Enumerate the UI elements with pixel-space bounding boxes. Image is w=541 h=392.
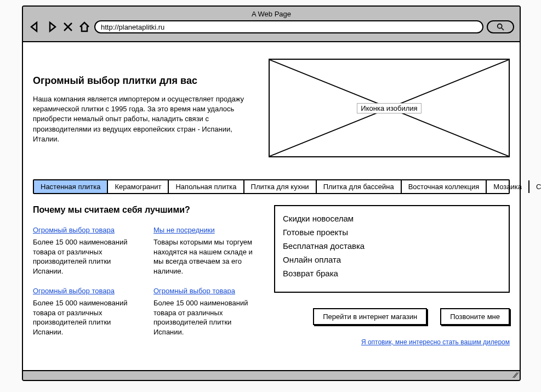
stop-icon[interactable] <box>61 20 75 33</box>
benefit-item: Онлайн оплата <box>283 253 501 266</box>
home-icon[interactable] <box>78 20 91 33</box>
benefits-box: Скидки новоселам Готовые проекты Бесплат… <box>274 205 510 293</box>
benefit-item: Готовые проекты <box>283 225 501 239</box>
why-item: Огромный выбор товара Более 15 000 наиме… <box>153 286 263 337</box>
window-title: A Web Page <box>29 9 514 20</box>
svg-point-0 <box>498 24 502 29</box>
browser-chrome: A Web Page <box>23 7 520 42</box>
why-item: Огромный выбор товара Более 15 000 наиме… <box>33 225 143 276</box>
benefit-item: Возврат брака <box>283 266 501 280</box>
hero-body: Наша компания является импортером и осущ… <box>33 94 252 144</box>
tab-mosaic[interactable]: Мозаика <box>487 180 529 193</box>
search-button[interactable] <box>487 20 514 33</box>
resize-handle-icon[interactable]: ⁄⁄ <box>514 371 518 379</box>
back-icon[interactable] <box>29 20 42 33</box>
tab-steps[interactable]: Ступени <box>529 180 541 193</box>
hero-image-label: Иконка изобилия <box>357 103 421 113</box>
page-content: Огромный выбор плитки для вас Наша компа… <box>23 42 520 371</box>
hero-section: Огромный выбор плитки для вас Наша компа… <box>33 59 510 157</box>
why-item-body: Более 15 000 наименований товара от разл… <box>33 237 143 276</box>
why-heading: Почему мы считаем себя лучшими? <box>33 205 263 215</box>
hero-heading: Огромный выбор плитки для вас <box>33 75 252 87</box>
hero-image-placeholder: Иконка изобилия <box>269 59 510 157</box>
browser-window: A Web Page Огромный выбор плитки для вас <box>22 5 521 381</box>
tab-wall-tile[interactable]: Настенная плитка <box>34 180 108 193</box>
cta-row: Перейти в интернет магазин Позвоните мне <box>313 308 510 325</box>
why-item-body: Более 15 000 наименований товара от разл… <box>33 298 143 337</box>
tab-eastern[interactable]: Восточная коллекция <box>402 180 487 193</box>
why-item-body: Более 15 000 наименований товара от разл… <box>153 298 263 337</box>
url-input[interactable] <box>94 20 483 33</box>
tab-kitchen-tile[interactable]: Плитка для кухни <box>244 180 317 193</box>
why-block: Почему мы считаем себя лучшими? Огромный… <box>33 205 263 337</box>
why-item-link[interactable]: Огромный выбор товара <box>33 287 115 295</box>
status-bar: ⁄⁄ <box>23 370 520 380</box>
forward-icon[interactable] <box>45 20 58 33</box>
why-item-body: Товары которыми мы торгуем находятся на … <box>153 237 263 276</box>
why-item-link[interactable]: Огромный выбор товара <box>33 226 115 234</box>
browser-toolbar <box>29 20 514 33</box>
tab-pool-tile[interactable]: Плитка для бассейна <box>317 180 402 193</box>
benefit-item: Бесплатная доставка <box>283 239 501 253</box>
why-item: Мы не посредники Товары которыми мы торг… <box>153 225 263 276</box>
why-grid: Огромный выбор товара Более 15 000 наиме… <box>33 225 263 337</box>
category-tabs: Настенная плитка Керамогранит Напольная … <box>33 179 510 194</box>
shop-button[interactable]: Перейти в интернет магазин <box>313 308 427 325</box>
call-button[interactable]: Позвоните мне <box>440 308 510 325</box>
why-item-link[interactable]: Огромный выбор товара <box>153 287 235 295</box>
dealer-link[interactable]: Я оптовик, мне интересно стать вашим дил… <box>361 338 510 346</box>
why-item-link[interactable]: Мы не посредники <box>153 226 215 234</box>
benefit-item: Скидки новоселам <box>283 212 501 225</box>
hero-text: Огромный выбор плитки для вас Наша компа… <box>33 59 252 157</box>
tab-floor-tile[interactable]: Напольная плитка <box>169 180 244 193</box>
why-item: Огромный выбор товара Более 15 000 наиме… <box>33 286 143 337</box>
tab-keramogranit[interactable]: Керамогранит <box>108 180 169 193</box>
